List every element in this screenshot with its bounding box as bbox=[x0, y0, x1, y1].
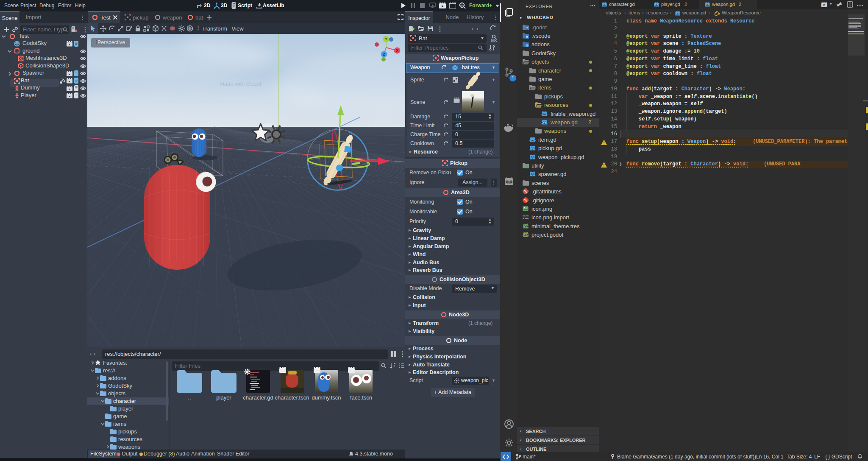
svg-text:X: X bbox=[396, 48, 398, 53]
svg-text:Y: Y bbox=[385, 37, 387, 41]
svg-text:Made with Godot: Made with Godot bbox=[220, 81, 262, 87]
svg-text:Z: Z bbox=[383, 52, 385, 56]
svg-text:DOC: DOC bbox=[491, 39, 497, 42]
